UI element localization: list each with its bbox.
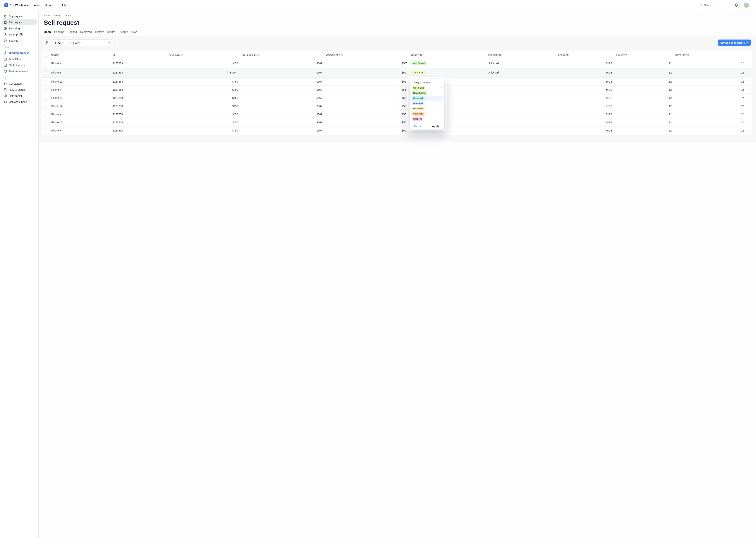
ask-input[interactable]: $450: [227, 70, 238, 75]
row-actions[interactable]: [746, 110, 752, 118]
table-row[interactable]: iPhone X1237858$450$567$56764GB1212: [42, 110, 752, 118]
sidebar-item-buy-request[interactable]: Buy request: [2, 13, 36, 19]
row-checkbox[interactable]: [44, 71, 47, 74]
table-row[interactable]: iPhone X1237858$450$567$56764GB1212: [42, 86, 752, 94]
sidebar-item-sell-request[interactable]: Sell request: [2, 20, 36, 25]
table-search-input[interactable]: [73, 41, 106, 44]
row-checkbox[interactable]: [44, 88, 47, 91]
filter-button[interactable]: All: [52, 39, 67, 46]
tab-history[interactable]: History: [95, 29, 104, 36]
row-checkbox[interactable]: [44, 113, 47, 116]
condition-option[interactable]: Open Box: [411, 85, 443, 90]
sidebar-item-feature-requests[interactable]: Feature requests: [2, 68, 36, 74]
cell-device: iPhone X: [49, 59, 111, 68]
table-search[interactable]: /: [67, 39, 113, 46]
condition-option[interactable]: Grade B1: [411, 106, 443, 111]
sidebar-item-market-trends[interactable]: Market trends: [2, 62, 36, 68]
condition-option[interactable]: Grade A2: [411, 101, 443, 106]
row-checkbox[interactable]: [44, 121, 47, 124]
cell-id: 1237858: [111, 110, 166, 118]
cell-qty: 12: [614, 59, 674, 68]
row-actions[interactable]: [746, 127, 752, 134]
tab-dispute[interactable]: Dispute: [119, 29, 128, 36]
col-lowest-ask[interactable]: LOWEST ASK: [324, 51, 409, 59]
create-sell-requests-button[interactable]: Create sell requests: [718, 39, 751, 46]
col-carrier[interactable]: CARRIER GB: [486, 51, 556, 59]
apply-button[interactable]: Apply: [427, 123, 444, 130]
nav-help[interactable]: Help: [61, 4, 70, 7]
sidebar-item-templates[interactable]: Templates: [2, 56, 36, 62]
condition-badge[interactable]: New Sealed: [411, 62, 427, 65]
cell-id: 1237858: [111, 78, 166, 86]
svg-point-47: [748, 122, 748, 123]
tab-draft[interactable]: Draft: [131, 29, 137, 36]
table-row[interactable]: iPhone X1237858$450$567$56764GB1212: [42, 127, 752, 134]
col-condition[interactable]: CONDITION: [409, 51, 486, 59]
row-checkbox[interactable]: [44, 62, 47, 65]
col-highest-bid[interactable]: HIGHEST BID: [240, 51, 324, 59]
row-checkbox[interactable]: [44, 80, 47, 83]
view-table-button[interactable]: [44, 39, 50, 46]
global-search[interactable]: [698, 2, 731, 8]
sidebar-item-following[interactable]: Following: [2, 26, 36, 31]
popover-options: Open BoxNew SealedGrade A1Grade A2Grade …: [409, 85, 444, 123]
svg-point-29: [748, 71, 748, 72]
global-search-input[interactable]: [704, 4, 729, 7]
svg-line-22: [71, 43, 71, 44]
row-actions[interactable]: [746, 86, 752, 94]
row-actions[interactable]: [746, 78, 752, 85]
nav-about[interactable]: About: [34, 4, 41, 7]
crumb-home[interactable]: Home: [44, 14, 50, 17]
row-actions[interactable]: [746, 68, 752, 76]
col-actions[interactable]: [746, 51, 752, 59]
table-row[interactable]: iPhone 121237858$450$567$56764GB1212: [42, 102, 752, 110]
sidebar-item-help-center[interactable]: Help center: [2, 93, 36, 99]
col-id[interactable]: ID: [111, 51, 166, 59]
svg-point-5: [5, 33, 6, 34]
row-actions[interactable]: [746, 118, 752, 126]
table-row[interactable]: iPhone 81237858$450$567$567Open BoxUnloc…: [42, 68, 752, 78]
table-row[interactable]: iPhone 111237858$450$567$56764GB1212: [42, 94, 752, 102]
notifications-button[interactable]: [734, 3, 740, 7]
sidebar-item-grading-process[interactable]: Grading process: [2, 50, 36, 56]
cell-id: 1237858: [111, 68, 166, 78]
gear-icon: [4, 39, 7, 42]
search-icon: [69, 41, 71, 44]
row-checkbox[interactable]: [44, 105, 47, 108]
col-your-ask[interactable]: YOUR ASK: [166, 51, 240, 59]
condition-badge[interactable]: Open Box: [411, 71, 425, 75]
col-quantity[interactable]: QUANTITY: [614, 51, 674, 59]
table-row[interactable]: iPhone X1237858$450$567$567New SealedUnl…: [42, 59, 752, 68]
table-row[interactable]: iPhone 111237858$450$567$56764GB1212: [42, 118, 752, 127]
crumb-selling[interactable]: Selling: [54, 14, 61, 17]
col-storage[interactable]: STORAGE: [556, 51, 614, 59]
logo[interactable]: Eze Wholesale: [4, 3, 29, 7]
row-checkbox[interactable]: [44, 97, 47, 99]
tab-packed[interactable]: Packed: [68, 29, 77, 36]
cell-carrier: [486, 86, 556, 94]
col-days-listed[interactable]: DAYS LISTED: [674, 51, 746, 59]
sidebar-item-get-started[interactable]: Get started: [2, 81, 36, 86]
table-row[interactable]: iPhone 111237858$450$567$56764GB1212: [42, 78, 752, 86]
condition-option[interactable]: New Sealed: [411, 90, 443, 96]
row-checkbox[interactable]: [44, 129, 47, 132]
sidebar-item-how-to-guides[interactable]: How-to guides: [2, 87, 36, 93]
col-device[interactable]: DEVICE: [49, 51, 111, 59]
row-actions[interactable]: [746, 102, 752, 110]
tab-pending[interactable]: Pending: [54, 29, 64, 36]
condition-option[interactable]: Grade C: [411, 116, 443, 122]
tab-recieved[interactable]: Recieved: [80, 29, 92, 36]
sidebar-item-seller-profile[interactable]: Seller profile: [2, 31, 36, 37]
tab-open[interactable]: Open: [44, 29, 51, 36]
account-menu[interactable]: [744, 3, 752, 8]
select-all-checkbox[interactable]: [44, 54, 47, 57]
cancel-button[interactable]: Cancel: [409, 123, 427, 130]
sidebar-item-settings[interactable]: Settings: [2, 38, 36, 44]
row-actions[interactable]: [746, 94, 752, 102]
nav-browse[interactable]: Browse: [45, 4, 57, 7]
row-actions[interactable]: [746, 59, 752, 67]
tab-return[interactable]: Return: [107, 29, 116, 36]
condition-option[interactable]: Grade B2: [411, 111, 443, 116]
condition-option[interactable]: Grade A1: [411, 96, 443, 101]
sidebar-item-contact-support[interactable]: Contact support: [2, 99, 36, 105]
